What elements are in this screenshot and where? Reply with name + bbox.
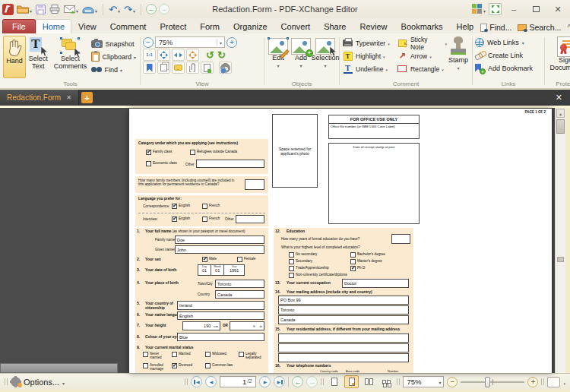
add-objects-button[interactable]: Add [290, 36, 312, 78]
family-members-field[interactable] [245, 179, 264, 190]
dob-day-value[interactable]: 01 [202, 268, 207, 273]
options-caret[interactable] [62, 378, 65, 387]
thumbnails-pane-button[interactable] [157, 62, 170, 74]
marital-widowed-checkbox[interactable] [205, 352, 211, 357]
menu-help[interactable]: Help [450, 19, 481, 33]
back-button[interactable] [146, 4, 157, 14]
zoom-slider[interactable] [461, 377, 524, 387]
residential-address-line1-field[interactable] [278, 334, 409, 343]
actual-size-button[interactable] [143, 49, 156, 61]
marital-legally-separated-checkbox[interactable] [239, 352, 244, 357]
edu-bachelors-checkbox[interactable] [350, 252, 356, 258]
birth-country-field[interactable]: Canada [215, 290, 264, 299]
stamp-button[interactable]: Stamp [447, 36, 470, 78]
status-zoom-combobox[interactable]: 75% [403, 376, 444, 387]
menu-comment[interactable]: Comment [103, 19, 154, 33]
continuous-view-button[interactable] [344, 375, 359, 388]
view-mode-caret[interactable] [563, 378, 565, 387]
page-number-input[interactable]: 1 /2 [220, 376, 256, 387]
occupation-field[interactable]: Doctor [342, 279, 409, 288]
edu-trade-checkbox[interactable] [289, 266, 294, 271]
rotate-ccw-button[interactable] [205, 50, 215, 60]
tab-close-icon[interactable] [66, 94, 71, 101]
fit-width-button[interactable] [172, 49, 185, 61]
pane-grip[interactable] [541, 378, 544, 385]
open-dropdown-caret[interactable] [30, 2, 32, 16]
snapshot-button[interactable]: Snapshot [90, 37, 138, 50]
zoom-slider-thumb[interactable] [485, 377, 490, 387]
ui-options-button[interactable] [471, 2, 486, 17]
forward-button[interactable] [159, 4, 169, 14]
redo-button[interactable] [123, 2, 136, 17]
height-ft-field[interactable]: ftin [230, 321, 264, 330]
underline-button[interactable]: TUnderline [342, 63, 397, 74]
next-page-button[interactable] [259, 376, 271, 387]
save-button[interactable] [35, 4, 46, 15]
add-bookmark-button[interactable]: Add Bookmark [475, 62, 542, 74]
scan-dropdown-caret[interactable] [95, 2, 97, 16]
mailing-address-line3-field[interactable]: Canada [278, 315, 409, 324]
add-caret[interactable] [299, 62, 302, 70]
rectangle-caret[interactable] [442, 65, 444, 73]
arrow-caret[interactable] [429, 52, 432, 60]
clipboard-button[interactable]: Clipboard [90, 50, 138, 63]
rotate-cw-button[interactable] [217, 50, 226, 60]
date-of-birth-field[interactable]: Day01 Month01 Year1991 [198, 264, 245, 276]
correspondence-english-checkbox[interactable] [172, 204, 177, 209]
two-page-continuous-button[interactable] [379, 375, 394, 388]
edu-phd-checkbox[interactable] [350, 266, 356, 271]
edu-masters-checkbox[interactable] [350, 259, 356, 264]
new-tab-button[interactable] [81, 92, 93, 103]
vertical-scrollbar-thumb[interactable] [556, 119, 565, 134]
interview-other-field[interactable] [236, 215, 264, 223]
menu-form[interactable]: Form [193, 19, 226, 33]
typewriter-button[interactable]: Typewriter [342, 37, 397, 49]
scan-button[interactable] [81, 2, 98, 17]
menu-bookmarks[interactable]: Bookmarks [394, 19, 450, 33]
typewriter-caret[interactable] [388, 40, 390, 47]
zoom-combobox-caret[interactable] [217, 39, 224, 46]
sticky-note-button[interactable]: Sticky Note [397, 37, 447, 49]
marital-annulled-checkbox[interactable] [143, 363, 148, 368]
arrow-button[interactable]: Arrow [397, 50, 447, 62]
family-class-checkbox[interactable] [146, 150, 151, 155]
pane-grip[interactable] [321, 378, 324, 385]
first-page-button[interactable] [191, 376, 202, 387]
fit-page-button[interactable] [157, 49, 170, 61]
search-button[interactable]: Search... [518, 23, 561, 32]
refugees-checkbox[interactable] [190, 150, 195, 155]
document-tab-active[interactable]: Redaction.Form [0, 90, 79, 106]
status-zoom-out-button[interactable] [447, 377, 458, 387]
attachments-pane-button[interactable] [186, 62, 199, 74]
horizontal-scrollbar-thumb[interactable] [0, 363, 118, 373]
menu-organize[interactable]: Organize [226, 19, 274, 33]
selection-objects-button[interactable]: Selection [312, 36, 338, 78]
status-zoom-in-button[interactable] [527, 377, 538, 387]
web-links-caret[interactable] [522, 39, 524, 46]
economic-class-checkbox[interactable] [146, 161, 151, 166]
vertical-scrollbar[interactable] [555, 108, 565, 373]
history-forward-button[interactable] [306, 376, 318, 387]
options-button[interactable]: Options... [24, 378, 59, 387]
web-links-button[interactable]: Web Links [475, 36, 542, 49]
residential-address-line2-field[interactable] [278, 343, 409, 352]
interview-english-checkbox[interactable] [172, 217, 177, 222]
select-text-button[interactable]: T Select Text [26, 36, 50, 78]
stamp-caret[interactable] [457, 65, 459, 72]
interview-french-checkbox[interactable] [202, 217, 207, 222]
last-page-button[interactable] [274, 376, 285, 387]
marital-married-checkbox[interactable] [172, 352, 177, 357]
status-zoom-caret[interactable] [439, 378, 443, 386]
dob-month-value[interactable]: 01 [215, 268, 220, 273]
close-button[interactable] [548, 2, 568, 17]
sign-document-button[interactable]: Sign Document [547, 36, 570, 78]
create-link-button[interactable]: Create Link [475, 49, 542, 62]
fullscreen-button[interactable] [489, 3, 502, 15]
highlight-button[interactable]: THighlight [342, 50, 397, 62]
maximize-button[interactable] [526, 2, 546, 17]
export-pane-button[interactable] [201, 62, 214, 74]
sex-female-checkbox[interactable] [237, 257, 242, 262]
residential-address-line3-field[interactable] [278, 353, 409, 362]
email-button[interactable] [63, 2, 79, 17]
find-button[interactable]: Find... [480, 23, 511, 32]
